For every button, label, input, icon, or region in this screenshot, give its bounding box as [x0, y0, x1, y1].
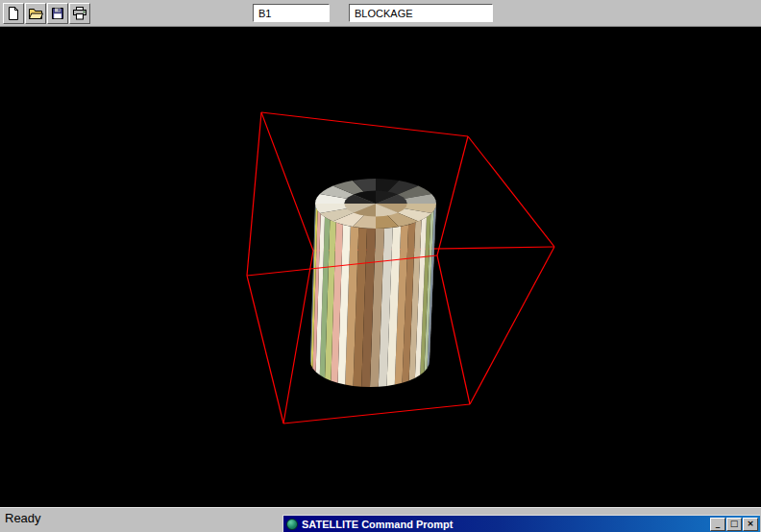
open-button[interactable]	[25, 3, 46, 24]
window-icon	[286, 519, 298, 530]
new-document-button[interactable]	[3, 3, 24, 24]
save-button[interactable]	[47, 3, 68, 24]
blockage-field[interactable]	[349, 4, 493, 22]
print-button[interactable]	[69, 3, 90, 24]
minimize-button[interactable]: _	[710, 518, 725, 531]
open-folder-icon	[28, 6, 43, 21]
caption-buttons: _ □ ×	[710, 518, 758, 531]
cylinder-model	[310, 179, 436, 387]
3d-viewport[interactable]	[0, 27, 761, 507]
toolbar	[0, 0, 761, 27]
new-document-icon	[6, 6, 21, 21]
bottom-window-title: SATELLITE Command Prompt	[302, 519, 710, 530]
bottom-window-titlebar[interactable]: SATELLITE Command Prompt _ □ ×	[282, 515, 760, 532]
status-text: Ready	[5, 511, 41, 525]
maximize-button[interactable]: □	[726, 518, 742, 531]
application-window: Ready SATELLITE Command Prompt _ □ ×	[0, 0, 761, 532]
scene-canvas	[0, 27, 761, 507]
close-button[interactable]: ×	[743, 518, 758, 531]
save-floppy-icon	[50, 6, 65, 21]
printer-icon	[72, 6, 87, 21]
b1-field[interactable]	[253, 4, 330, 22]
